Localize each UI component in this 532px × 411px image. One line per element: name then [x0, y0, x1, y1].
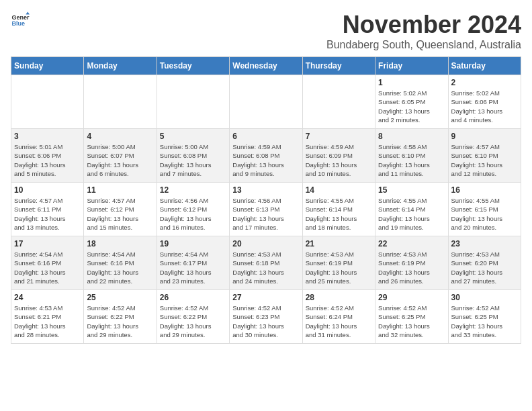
day-number: 30 — [451, 293, 518, 302]
day-number: 7 — [306, 132, 372, 141]
calendar-day-cell: 15Sunrise: 4:55 AM Sunset: 6:14 PM Dayli… — [375, 183, 448, 236]
day-number: 11 — [87, 185, 153, 195]
day-number: 1 — [378, 78, 445, 87]
calendar-day-cell: 13Sunrise: 4:56 AM Sunset: 6:13 PM Dayli… — [230, 183, 302, 236]
day-info: Sunrise: 4:52 AM Sunset: 6:25 PM Dayligh… — [378, 304, 445, 339]
day-info: Sunrise: 4:57 AM Sunset: 6:10 PM Dayligh… — [451, 142, 518, 178]
calendar-day-cell: 3Sunrise: 5:01 AM Sunset: 6:06 PM Daylig… — [11, 129, 84, 183]
subtitle: Bundaberg South, Queensland, Australia — [326, 39, 521, 51]
weekday-header: Monday — [84, 57, 157, 75]
weekday-header: Wednesday — [230, 57, 302, 75]
calendar-day-cell: 10Sunrise: 4:57 AM Sunset: 6:11 PM Dayli… — [11, 183, 84, 236]
calendar-day-cell: 1Sunrise: 5:02 AM Sunset: 6:05 PM Daylig… — [375, 75, 448, 129]
calendar-table: SundayMondayTuesdayWednesdayThursdayFrid… — [11, 56, 521, 344]
calendar-day-cell — [11, 75, 84, 129]
day-info: Sunrise: 5:01 AM Sunset: 6:06 PM Dayligh… — [14, 142, 81, 178]
calendar-day-cell: 2Sunrise: 5:02 AM Sunset: 6:06 PM Daylig… — [448, 75, 521, 129]
day-number: 17 — [14, 239, 81, 248]
calendar-body: 1Sunrise: 5:02 AM Sunset: 6:05 PM Daylig… — [11, 75, 521, 344]
calendar-day-cell — [157, 75, 229, 129]
day-info: Sunrise: 4:57 AM Sunset: 6:12 PM Dayligh… — [87, 196, 153, 232]
day-info: Sunrise: 4:52 AM Sunset: 6:24 PM Dayligh… — [306, 304, 372, 339]
day-number: 12 — [160, 185, 226, 195]
calendar-day-cell: 25Sunrise: 4:52 AM Sunset: 6:22 PM Dayli… — [84, 290, 157, 344]
calendar-day-cell: 24Sunrise: 4:53 AM Sunset: 6:21 PM Dayli… — [11, 290, 84, 344]
header: General Blue November 2024 Bundaberg Sou… — [11, 11, 521, 51]
day-number: 23 — [451, 239, 518, 248]
day-info: Sunrise: 4:58 AM Sunset: 6:10 PM Dayligh… — [378, 142, 445, 178]
day-info: Sunrise: 5:00 AM Sunset: 6:07 PM Dayligh… — [87, 142, 153, 178]
calendar-day-cell: 18Sunrise: 4:54 AM Sunset: 6:16 PM Dayli… — [84, 236, 157, 290]
day-number: 4 — [87, 132, 153, 141]
day-info: Sunrise: 5:00 AM Sunset: 6:08 PM Dayligh… — [160, 142, 226, 178]
calendar-day-cell: 17Sunrise: 4:54 AM Sunset: 6:16 PM Dayli… — [11, 236, 84, 290]
day-number: 21 — [306, 239, 372, 248]
svg-text:General: General — [11, 14, 30, 21]
weekday-header: Sunday — [11, 57, 84, 75]
day-number: 26 — [160, 293, 226, 302]
day-info: Sunrise: 4:53 AM Sunset: 6:20 PM Dayligh… — [451, 250, 518, 285]
day-info: Sunrise: 4:52 AM Sunset: 6:22 PM Dayligh… — [160, 304, 226, 339]
day-info: Sunrise: 4:53 AM Sunset: 6:21 PM Dayligh… — [14, 304, 81, 339]
weekday-header: Friday — [375, 57, 448, 75]
day-number: 20 — [232, 239, 299, 248]
day-number: 10 — [14, 185, 81, 195]
day-info: Sunrise: 4:59 AM Sunset: 6:08 PM Dayligh… — [232, 142, 299, 178]
day-number: 9 — [451, 132, 518, 141]
day-info: Sunrise: 5:02 AM Sunset: 6:05 PM Dayligh… — [378, 89, 445, 124]
day-number: 29 — [378, 293, 445, 302]
calendar-day-cell: 22Sunrise: 4:53 AM Sunset: 6:19 PM Dayli… — [375, 236, 448, 290]
calendar-week-row: 24Sunrise: 4:53 AM Sunset: 6:21 PM Dayli… — [11, 290, 521, 344]
calendar-day-cell — [230, 75, 302, 129]
day-info: Sunrise: 4:54 AM Sunset: 6:16 PM Dayligh… — [87, 250, 153, 285]
calendar-day-cell — [302, 75, 375, 129]
day-number: 25 — [87, 293, 153, 302]
day-info: Sunrise: 5:02 AM Sunset: 6:06 PM Dayligh… — [451, 89, 518, 124]
calendar-header-row: SundayMondayTuesdayWednesdayThursdayFrid… — [11, 57, 521, 75]
svg-marker-2 — [26, 11, 30, 14]
calendar-day-cell: 21Sunrise: 4:53 AM Sunset: 6:19 PM Dayli… — [302, 236, 375, 290]
calendar-day-cell: 12Sunrise: 4:56 AM Sunset: 6:12 PM Dayli… — [157, 183, 229, 236]
day-info: Sunrise: 4:55 AM Sunset: 6:15 PM Dayligh… — [451, 196, 518, 232]
day-number: 28 — [306, 293, 372, 302]
calendar-day-cell: 5Sunrise: 5:00 AM Sunset: 6:08 PM Daylig… — [157, 129, 229, 183]
day-info: Sunrise: 4:52 AM Sunset: 6:22 PM Dayligh… — [87, 304, 153, 339]
day-info: Sunrise: 4:54 AM Sunset: 6:17 PM Dayligh… — [160, 250, 226, 285]
title-area: November 2024 Bundaberg South, Queenslan… — [326, 11, 521, 51]
day-info: Sunrise: 4:53 AM Sunset: 6:19 PM Dayligh… — [378, 250, 445, 285]
weekday-header: Saturday — [448, 57, 521, 75]
day-number: 6 — [232, 132, 299, 141]
calendar-day-cell: 29Sunrise: 4:52 AM Sunset: 6:25 PM Dayli… — [375, 290, 448, 344]
day-number: 5 — [160, 132, 226, 141]
calendar-day-cell: 14Sunrise: 4:55 AM Sunset: 6:14 PM Dayli… — [302, 183, 375, 236]
month-title: November 2024 — [326, 11, 521, 39]
calendar-day-cell: 11Sunrise: 4:57 AM Sunset: 6:12 PM Dayli… — [84, 183, 157, 236]
calendar-day-cell: 20Sunrise: 4:53 AM Sunset: 6:18 PM Dayli… — [230, 236, 302, 290]
day-number: 15 — [378, 185, 445, 195]
day-info: Sunrise: 4:59 AM Sunset: 6:09 PM Dayligh… — [306, 142, 372, 178]
logo: General Blue — [11, 11, 30, 30]
weekday-header: Thursday — [302, 57, 375, 75]
day-number: 14 — [306, 185, 372, 195]
day-number: 8 — [378, 132, 445, 141]
day-number: 24 — [14, 293, 81, 302]
calendar-day-cell: 9Sunrise: 4:57 AM Sunset: 6:10 PM Daylig… — [448, 129, 521, 183]
weekday-header: Tuesday — [157, 57, 229, 75]
calendar-week-row: 1Sunrise: 5:02 AM Sunset: 6:05 PM Daylig… — [11, 75, 521, 129]
svg-text:Blue: Blue — [11, 20, 25, 27]
day-number: 27 — [232, 293, 299, 302]
calendar-day-cell: 4Sunrise: 5:00 AM Sunset: 6:07 PM Daylig… — [84, 129, 157, 183]
calendar-week-row: 3Sunrise: 5:01 AM Sunset: 6:06 PM Daylig… — [11, 129, 521, 183]
calendar-day-cell: 28Sunrise: 4:52 AM Sunset: 6:24 PM Dayli… — [302, 290, 375, 344]
calendar-week-row: 17Sunrise: 4:54 AM Sunset: 6:16 PM Dayli… — [11, 236, 521, 290]
day-info: Sunrise: 4:55 AM Sunset: 6:14 PM Dayligh… — [378, 196, 445, 232]
day-info: Sunrise: 4:53 AM Sunset: 6:18 PM Dayligh… — [232, 250, 299, 285]
day-number: 16 — [451, 185, 518, 195]
day-info: Sunrise: 4:52 AM Sunset: 6:23 PM Dayligh… — [232, 304, 299, 339]
calendar-day-cell: 26Sunrise: 4:52 AM Sunset: 6:22 PM Dayli… — [157, 290, 229, 344]
logo-icon: General Blue — [11, 11, 30, 30]
calendar-week-row: 10Sunrise: 4:57 AM Sunset: 6:11 PM Dayli… — [11, 183, 521, 236]
day-info: Sunrise: 4:53 AM Sunset: 6:19 PM Dayligh… — [306, 250, 372, 285]
calendar-day-cell: 23Sunrise: 4:53 AM Sunset: 6:20 PM Dayli… — [448, 236, 521, 290]
day-number: 18 — [87, 239, 153, 248]
